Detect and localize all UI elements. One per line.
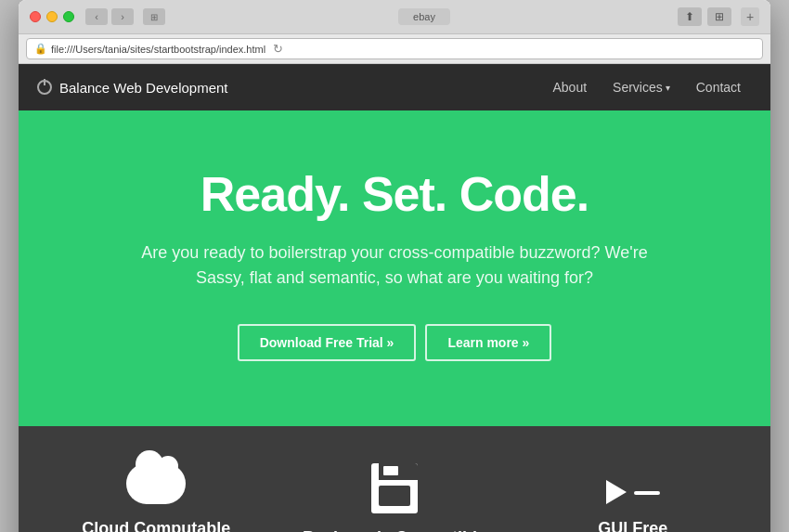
dropdown-caret-icon: ▾ [666,83,670,93]
brand-icon [37,80,52,95]
nav-about[interactable]: About [541,67,598,108]
navbar: Balance Web Development About Services ▾… [19,64,770,110]
sidebar-toggle[interactable]: ⊞ [143,8,165,25]
navbar-brand: Balance Web Development [37,80,228,96]
new-tab-button[interactable]: ⊞ [707,7,731,26]
browser-titlebar: ‹ › ⊞ ebay ⬆ ⊞ + [19,0,770,34]
feature-terminal-title: GUI Free [532,519,733,532]
forward-button[interactable]: › [111,8,134,25]
feature-cloud-title: Cloud Computable [56,519,257,532]
feature-cloud: Cloud Computable Donec id elit non mi po… [46,463,266,532]
feature-floppy: Backwards Compatible Etiam porta sem mal… [285,463,505,532]
browser-window: ‹ › ⊞ ebay ⬆ ⊞ + 🔒 file:///Users/tania/s… [19,0,770,532]
hero-title: Ready. Set. Code. [56,166,733,222]
address-bar-row: 🔒 file:///Users/tania/sites/startbootstr… [19,34,770,63]
maximize-button[interactable] [63,11,74,22]
learn-more-button[interactable]: Learn more » [425,324,551,361]
nav-services[interactable]: Services ▾ [601,67,681,108]
feature-floppy-title: Backwards Compatible [294,528,496,532]
hero-section: Ready. Set. Code. Are you ready to boile… [19,110,770,426]
toolbar-actions: ⬆ ⊞ + [678,7,759,26]
website: Balance Web Development About Services ▾… [19,64,770,532]
address-bar[interactable]: 🔒 file:///Users/tania/sites/startbootstr… [26,38,763,59]
minimize-button[interactable] [46,11,58,22]
add-button[interactable]: + [741,7,759,26]
traffic-lights [30,11,74,22]
terminal-icon [606,463,660,504]
terminal-arrow-icon [606,480,627,504]
floppy-icon [371,463,418,513]
floppy-label-detail [383,466,398,475]
nav-contact[interactable]: Contact [685,67,752,108]
close-button[interactable] [30,11,41,22]
share-button[interactable]: ⬆ [678,7,702,26]
reload-button[interactable]: ↻ [273,42,283,56]
brand-text: Balance Web Development [59,80,228,96]
address-text: file:///Users/tania/sites/startbootstrap… [51,44,265,55]
nav-services-label: Services [613,80,663,95]
features-section: Cloud Computable Donec id elit non mi po… [19,426,770,532]
cloud-icon [126,463,186,504]
nav-buttons: ‹ › [85,8,134,25]
back-button[interactable]: ‹ [85,8,108,25]
tab-label[interactable]: ebay [398,8,450,25]
hero-buttons: Download Free Trial » Learn more » [56,324,733,361]
feature-terminal: GUI Free Vestibulum id ligula porta feli… [523,463,743,532]
hero-subtitle: Are you ready to boilerstrap your cross-… [135,240,654,291]
download-trial-button[interactable]: Download Free Trial » [238,324,417,361]
terminal-line-icon [634,491,660,495]
browser-chrome: ‹ › ⊞ ebay ⬆ ⊞ + 🔒 file:///Users/tania/s… [19,0,770,64]
navbar-nav: About Services ▾ Contact [541,67,752,108]
